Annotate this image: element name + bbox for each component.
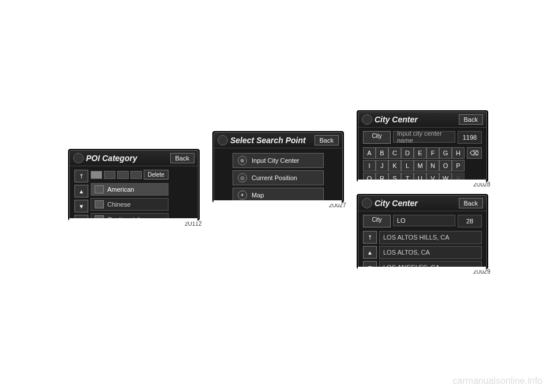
key-g[interactable]: G	[439, 147, 452, 159]
button-label: Map	[252, 192, 264, 199]
key-o[interactable]: O	[439, 160, 452, 171]
scroll-nav: ⤒ ▲ ▼ ⤓	[363, 231, 377, 268]
button-label: Current Position	[252, 174, 297, 181]
scroll-up-button[interactable]: ▲	[74, 185, 88, 197]
key-l[interactable]: L	[401, 160, 414, 171]
result-count: 1198	[458, 131, 482, 144]
screen-poi-category: POI Category Back ⤒ ▲ ▼ ⤓ Delete America…	[69, 150, 199, 219]
tab[interactable]	[91, 171, 102, 179]
map-button[interactable]: ✦ Map	[233, 188, 324, 201]
key-m[interactable]: M	[414, 160, 426, 171]
keyboard: A B C D E F G H I J K L M N O P Q R S T	[363, 147, 463, 181]
list-item[interactable]: LOS ALTOS, CA	[379, 246, 482, 259]
scroll-top-button[interactable]: ⤒	[74, 170, 88, 182]
city-button[interactable]: City	[363, 131, 391, 144]
key-p[interactable]: P	[452, 160, 465, 171]
whitebar	[69, 218, 197, 222]
back-button[interactable]: Back	[459, 114, 483, 125]
tab[interactable]	[104, 171, 115, 179]
button-label: Input City Center	[252, 157, 300, 164]
back-button[interactable]: Back	[315, 135, 339, 145]
list-item-label: American	[107, 186, 134, 193]
watermark: carmanualsonline.info	[452, 376, 542, 386]
list-item-label: LOS ALTOS, CA	[383, 249, 430, 256]
scroll-up-button[interactable]: ▲	[363, 246, 377, 259]
restaurant-icon	[95, 185, 104, 193]
key-d[interactable]: D	[401, 147, 414, 159]
page-title: POI Category	[73, 153, 137, 163]
nav-icon	[218, 135, 228, 145]
input-city-center-button[interactable]: ⊕ Input City Center	[233, 153, 324, 168]
title-text: Select Search Point	[230, 136, 306, 145]
list-item-label: LOS ALTOS HILLS, CA	[383, 234, 450, 241]
key-a[interactable]: A	[363, 147, 376, 159]
screen-select-search-point: Select Search Point Back ⊕ Input City Ce…	[214, 132, 343, 201]
nav-icon	[73, 153, 84, 163]
scroll-top-button[interactable]: ⤒	[363, 231, 377, 244]
title-text: City Center	[375, 199, 418, 208]
tab[interactable]	[117, 171, 129, 179]
key-b[interactable]: B	[376, 147, 388, 159]
tab[interactable]	[130, 171, 142, 179]
result-count: 28	[458, 215, 482, 227]
header: Select Search Point Back	[214, 133, 342, 148]
page-title: Select Search Point	[218, 135, 306, 145]
key-f[interactable]: F	[426, 147, 439, 159]
whitebar	[214, 200, 342, 204]
title-text: City Center	[375, 115, 418, 124]
scroll-down-button[interactable]: ▼	[74, 200, 88, 212]
key-n[interactable]: N	[426, 160, 439, 171]
list-item[interactable]: Chinese	[91, 198, 169, 211]
category-tabs: Delete	[91, 170, 169, 180]
nav-icon	[362, 198, 372, 208]
list-item-label: Chinese	[107, 201, 130, 208]
header: POI Category Back	[70, 151, 198, 166]
back-button[interactable]: Back	[170, 153, 194, 163]
scroll-nav: ⤒ ▲ ▼ ⤓	[74, 170, 88, 219]
current-position-button[interactable]: ◎ Current Position	[233, 170, 324, 185]
whitebar	[358, 180, 486, 183]
map-icon: ✦	[238, 191, 247, 200]
delete-button[interactable]: Delete	[144, 170, 169, 180]
key-i[interactable]: I	[363, 160, 376, 171]
city-button[interactable]: City	[363, 215, 391, 227]
screen-city-center-list: City Center Back City LO 28 ⤒ ▲ ▼ ⤓ LOS …	[358, 195, 487, 268]
backspace-button[interactable]: ⌫	[467, 147, 482, 159]
whitebar	[358, 267, 486, 270]
nav-icon	[362, 114, 372, 125]
key-k[interactable]: K	[388, 160, 401, 171]
restaurant-icon	[95, 200, 104, 208]
list-item[interactable]: LOS ALTOS HILLS, CA	[379, 231, 482, 244]
page-title: City Center	[362, 114, 418, 125]
key-e[interactable]: E	[414, 147, 426, 159]
target-icon: ⊕	[238, 156, 247, 165]
key-h[interactable]: H	[452, 147, 465, 159]
header: City Center Back	[358, 196, 486, 211]
title-text: POI Category	[86, 154, 137, 163]
position-icon: ◎	[238, 173, 247, 182]
page-title: City Center	[362, 198, 418, 208]
list-item[interactable]: American	[91, 183, 169, 196]
key-c[interactable]: C	[388, 147, 401, 159]
key-j[interactable]: J	[376, 160, 388, 171]
header: City Center Back	[358, 112, 486, 128]
screen-city-center-keyboard: City Center Back City Input city center …	[358, 111, 487, 181]
city-name-input[interactable]: Input city center name	[393, 131, 455, 143]
back-button[interactable]: Back	[459, 198, 483, 208]
city-name-input[interactable]: LO	[393, 215, 455, 226]
